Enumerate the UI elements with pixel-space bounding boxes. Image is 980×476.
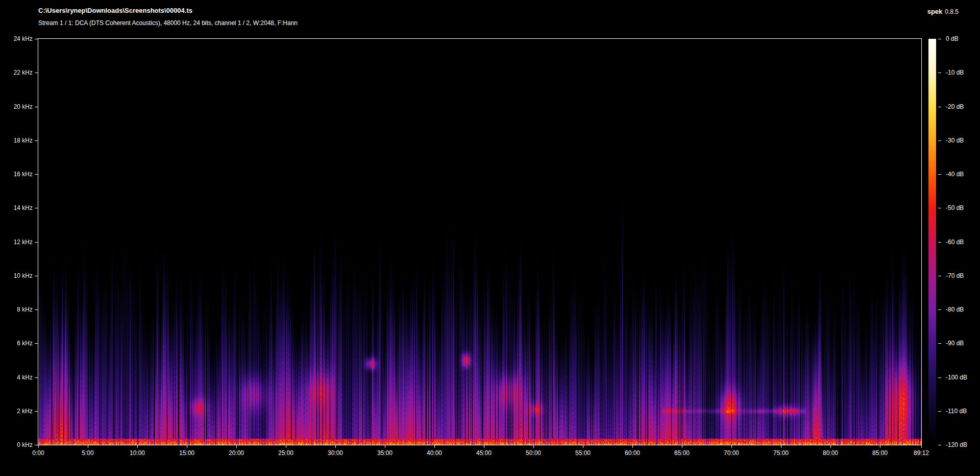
- freq-tick: [35, 107, 38, 107]
- freq-tick: [35, 39, 38, 39]
- time-tick: [682, 445, 682, 448]
- freq-tick: [35, 343, 38, 344]
- db-tick-label: -10 dB: [946, 69, 964, 76]
- time-tick: [38, 445, 39, 448]
- db-tick-label: -40 dB: [946, 171, 964, 178]
- freq-tick: [35, 310, 38, 310]
- time-tick: [880, 445, 880, 448]
- db-tick: [938, 140, 941, 141]
- freq-tick: [35, 73, 38, 73]
- time-tick: [335, 445, 336, 448]
- freq-tick: [35, 411, 38, 412]
- time-tick: [583, 445, 583, 448]
- db-tick: [938, 445, 941, 445]
- time-tick-label: 50:00: [518, 449, 549, 457]
- time-tick: [731, 445, 732, 448]
- db-tick-label: 0 dB: [946, 35, 959, 42]
- freq-tick: [35, 174, 38, 175]
- time-tick-label: 89:12: [906, 449, 937, 457]
- time-tick: [921, 445, 922, 448]
- app-name: spek: [927, 8, 943, 15]
- db-tick: [938, 310, 941, 310]
- freq-tick: [35, 445, 38, 445]
- time-tick-label: 60:00: [617, 449, 648, 457]
- spectrogram-canvas: [38, 39, 921, 445]
- time-tick-label: 65:00: [667, 449, 697, 457]
- time-tick-label: 70:00: [716, 449, 747, 457]
- time-tick-label: 20:00: [221, 449, 252, 457]
- time-tick: [187, 445, 187, 448]
- db-tick: [938, 276, 941, 276]
- db-tick-label: -80 dB: [946, 306, 964, 313]
- stream-info: Stream 1 / 1: DCA (DTS Coherent Acoustic…: [38, 19, 298, 27]
- db-tick: [938, 73, 941, 73]
- time-tick-label: 35:00: [370, 449, 400, 457]
- time-tick-label: 25:00: [271, 449, 301, 457]
- app-version: 0.8.5: [945, 8, 959, 15]
- db-tick: [938, 107, 941, 107]
- db-tick-label: -30 dB: [946, 137, 964, 144]
- time-tick: [286, 445, 286, 448]
- db-tick-label: -110 dB: [946, 408, 967, 415]
- time-tick-label: 15:00: [172, 449, 202, 457]
- file-path-title: C:\Users\rynep\Downloads\Screenshots\000…: [38, 7, 192, 14]
- db-tick-label: -70 dB: [946, 272, 964, 279]
- freq-tick-label: 16 kHz: [0, 171, 33, 178]
- freq-tick-label: 0 kHz: [0, 441, 33, 448]
- freq-tick: [35, 377, 38, 378]
- freq-tick: [35, 140, 38, 141]
- app-brand: spek0.8.5: [927, 7, 959, 16]
- db-tick-label: -100 dB: [946, 374, 967, 381]
- time-tick-label: 10:00: [122, 449, 153, 457]
- time-tick: [385, 445, 385, 448]
- time-tick: [434, 445, 435, 448]
- time-tick: [830, 445, 831, 448]
- db-tick: [938, 411, 941, 412]
- db-tick-label: -90 dB: [946, 340, 964, 347]
- db-tick-label: -60 dB: [946, 239, 964, 246]
- time-tick: [236, 445, 237, 448]
- time-tick-label: 75:00: [766, 449, 796, 457]
- time-tick: [781, 445, 781, 448]
- freq-tick-label: 12 kHz: [0, 239, 33, 246]
- db-tick: [938, 377, 941, 378]
- freq-tick-label: 22 kHz: [0, 69, 33, 76]
- freq-tick-label: 24 kHz: [0, 35, 33, 42]
- db-tick-label: -50 dB: [946, 204, 964, 211]
- time-tick-label: 80:00: [815, 449, 846, 457]
- freq-tick-label: 20 kHz: [0, 103, 33, 110]
- time-tick-label: 5:00: [72, 449, 103, 457]
- spek-window: C:\Users\rynep\Downloads\Screenshots\000…: [0, 0, 980, 476]
- db-tick-label: -120 dB: [946, 441, 967, 448]
- freq-tick-label: 14 kHz: [0, 204, 33, 211]
- db-tick: [938, 343, 941, 344]
- colorbar-gradient: [928, 39, 936, 445]
- time-tick-label: 40:00: [419, 449, 450, 457]
- freq-tick-label: 8 kHz: [0, 306, 33, 313]
- freq-tick-label: 4 kHz: [0, 374, 33, 381]
- freq-tick-label: 2 kHz: [0, 408, 33, 415]
- db-tick: [938, 208, 941, 208]
- freq-tick: [35, 242, 38, 243]
- db-tick: [938, 39, 941, 39]
- freq-tick-label: 18 kHz: [0, 137, 33, 144]
- time-tick-label: 55:00: [568, 449, 598, 457]
- time-tick-label: 85:00: [865, 449, 895, 457]
- freq-tick: [35, 208, 38, 208]
- time-tick: [88, 445, 88, 448]
- time-tick-label: 0:00: [23, 449, 54, 457]
- time-tick: [533, 445, 534, 448]
- spectrogram-frame: [38, 38, 922, 445]
- time-tick-label: 45:00: [469, 449, 499, 457]
- time-tick-label: 30:00: [320, 449, 351, 457]
- time-tick: [484, 445, 484, 448]
- db-tick: [938, 242, 941, 243]
- db-tick: [938, 174, 941, 175]
- freq-tick: [35, 276, 38, 276]
- freq-tick-label: 10 kHz: [0, 272, 33, 279]
- freq-tick-label: 6 kHz: [0, 340, 33, 347]
- time-tick: [632, 445, 633, 448]
- time-tick: [137, 445, 138, 448]
- db-tick-label: -20 dB: [946, 103, 964, 110]
